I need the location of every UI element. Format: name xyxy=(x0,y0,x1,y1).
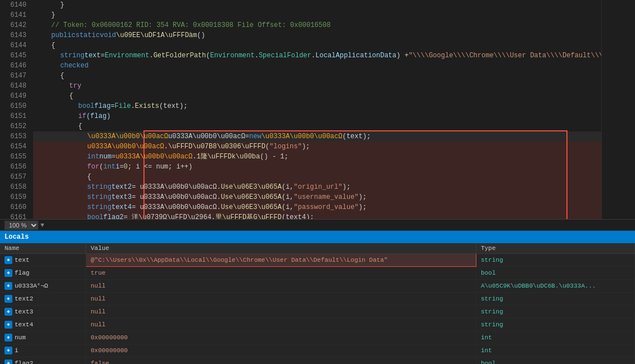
line-number: 6154 xyxy=(4,142,26,152)
locals-name: ◈text xyxy=(0,254,86,267)
code-token: \u09EE\uDF1A\uFFFDàm xyxy=(116,30,197,40)
code-token: public xyxy=(51,30,75,40)
code-line: string text = Environment.GetFolderPath(… xyxy=(33,51,601,61)
code-token: \uFFFD\u07B8\u0306\uFFFD xyxy=(168,142,265,152)
locals-row[interactable]: ◈flag2falsebool xyxy=(0,357,635,365)
line-numbers: 6140614161426143614461456146614761486149… xyxy=(0,0,31,219)
code-line: bool flag2 = 洋\u0739Ω\uFFD\u2964.里\uFFFD… xyxy=(33,212,601,219)
code-token: "\\\\Google\\\\Chrome\\\\User Data\\\\De… xyxy=(408,51,601,61)
code-token: string xyxy=(87,202,111,212)
locals-row[interactable]: ◈text4nullstring xyxy=(0,319,635,331)
code-token: { xyxy=(51,40,55,51)
code-token: ( xyxy=(100,162,103,172)
locals-row[interactable]: ◈text2nullstring xyxy=(0,293,635,306)
locals-row[interactable]: ◈u0333A°¬ΩnullA\u05C9K\uDBB0\uDC6B.\u033… xyxy=(0,280,635,293)
line-number: 6146 xyxy=(4,61,26,71)
code-line: { xyxy=(33,91,601,101)
code-token: = xyxy=(120,162,124,172)
locals-type: string xyxy=(476,319,634,331)
code-token: Use\u06E3\u065A xyxy=(221,182,282,192)
locals-value: 0x00000000 xyxy=(86,344,476,357)
code-line: for (int i = 0; i <= num; i++) xyxy=(33,162,601,172)
code-token: string xyxy=(87,192,111,202)
code-line: { xyxy=(33,121,601,131)
locals-row[interactable]: ◈text@"C:\\Users\\0x\\AppData\\Local\\Go… xyxy=(0,254,635,267)
code-token: (text4); xyxy=(282,212,314,219)
code-line: { xyxy=(33,172,601,182)
code-token: Use\u06E3\u065A xyxy=(221,192,282,202)
line-number: 6160 xyxy=(4,202,26,212)
locals-value: null xyxy=(86,306,476,319)
code-token: if xyxy=(78,111,86,121)
locals-row[interactable]: ◈text3nullstring xyxy=(0,306,635,319)
code-token: . xyxy=(255,51,259,61)
code-line: if (flag) xyxy=(33,111,601,121)
locals-name: ◈flag xyxy=(0,267,86,280)
locals-name: ◈text3 xyxy=(0,306,86,319)
line-number: 6155 xyxy=(4,152,26,162)
locals-value: null xyxy=(86,293,476,306)
line-number: 6145 xyxy=(4,51,26,61)
code-token: text xyxy=(84,51,101,61)
code-token: string xyxy=(60,51,84,61)
code-content[interactable]: }}// Token: 0x06000162 RID: 354 RVA: 0x0… xyxy=(31,0,601,219)
code-token: SpecialFolder xyxy=(259,51,312,61)
variable-icon: ◈ xyxy=(4,282,12,290)
line-number: 6147 xyxy=(4,71,26,81)
code-line: } xyxy=(33,10,601,20)
locals-row[interactable]: ◈flagtruebool xyxy=(0,267,635,280)
locals-type: int xyxy=(476,331,634,344)
locals-row[interactable]: ◈num0x00000000int xyxy=(0,331,635,344)
code-token: } xyxy=(60,0,64,10)
col-value: Value xyxy=(86,243,476,254)
code-token: ( xyxy=(206,51,210,61)
locals-name: ◈text2 xyxy=(0,293,86,306)
code-token: new xyxy=(249,131,262,142)
code-token: "password_value" xyxy=(294,202,358,212)
code-token: for xyxy=(87,162,100,172)
code-line: // Token: 0x06000162 RID: 354 RVA: 0x000… xyxy=(33,20,601,30)
code-token: checked xyxy=(60,61,88,71)
code-token: . xyxy=(131,101,135,111)
code-token: { xyxy=(69,91,73,101)
code-line: try xyxy=(33,81,601,91)
code-token: . xyxy=(192,152,196,162)
code-token: = xyxy=(111,101,115,111)
code-token: Environment xyxy=(105,51,149,61)
line-number: 6161 xyxy=(4,212,26,219)
code-line: u0333A\u00b0\u00acΩ.\uFFFD\u07B8\u0306\u… xyxy=(33,142,601,152)
minimap xyxy=(601,0,635,219)
variable-icon: ◈ xyxy=(4,334,12,342)
locals-panel: Locals Name Value Type ◈text@"C:\\Users\… xyxy=(0,230,635,364)
variable-icon: ◈ xyxy=(4,269,12,277)
code-token: Exists xyxy=(135,101,159,111)
locals-value: true xyxy=(86,267,476,280)
code-token: = 洋\u0739Ω\uFFD\u2964. xyxy=(124,212,215,219)
line-number: 6157 xyxy=(4,172,26,182)
code-token: = u0333A\u00b0\u00acΩ. xyxy=(132,192,220,202)
code-line: } xyxy=(33,0,601,10)
code-token: (flag) xyxy=(86,111,110,121)
locals-name: ◈u0333A°¬Ω xyxy=(0,280,86,293)
zoom-select[interactable]: 100 % 75 % 125 % xyxy=(4,221,38,230)
locals-name: ◈num xyxy=(0,331,86,344)
code-token: . xyxy=(149,51,153,61)
code-token: { xyxy=(78,121,82,131)
code-token: (text); xyxy=(159,101,187,111)
locals-name: ◈i xyxy=(0,344,86,357)
code-token: ( xyxy=(265,142,269,152)
line-number: 6151 xyxy=(4,111,26,121)
code-token: Use\u06E3\u065A xyxy=(221,202,282,212)
zoom-arrows[interactable]: ▼ xyxy=(40,222,44,229)
code-line: string text3 = u0333A\u00b0\u00acΩ.Use\u… xyxy=(33,192,601,202)
code-token: void xyxy=(100,30,116,40)
code-token: u0333A\u00b0\u00acΩ xyxy=(115,152,192,162)
code-token: text2 xyxy=(111,182,132,192)
locals-row[interactable]: ◈i0x00000000int xyxy=(0,344,635,357)
locals-type: A\u05C9K\uDBB0\uDC6B.\u0333A... xyxy=(476,280,634,293)
code-token: \u0333A\u00b0\u00acΩ xyxy=(262,131,343,142)
code-token: . xyxy=(164,142,168,152)
line-number: 6159 xyxy=(4,192,26,202)
locals-type: int xyxy=(476,344,634,357)
locals-type: bool xyxy=(476,267,634,280)
